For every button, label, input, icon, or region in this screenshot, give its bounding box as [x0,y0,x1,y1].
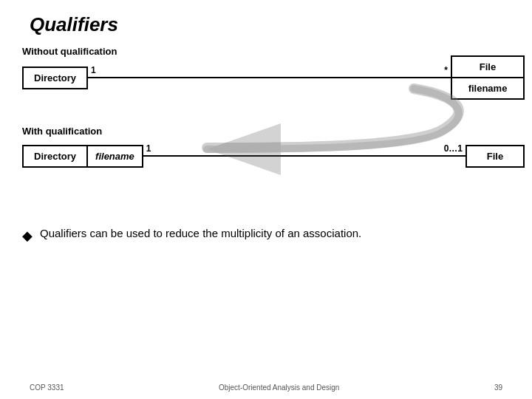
directory-box-1: Directory [22,66,88,89]
directory-box-2: Directory [24,146,88,166]
mult-left-1: 1 [91,65,96,75]
with-qual-label: With qualification [22,126,525,137]
file-box-top: File [452,57,523,78]
bullet-diamond-icon: ◆ [22,226,33,246]
bullet-section: ◆ Qualifiers can be used to reduce the m… [22,225,510,246]
file-box-1: File filename [451,55,525,100]
footer-left: COP 3331 [30,383,64,392]
mult-right-1: * [444,65,448,75]
file-box-2: File [466,145,525,168]
without-qual-section: Without qualification Directory 1 * File… [22,46,525,92]
bullet-item: ◆ Qualifiers can be used to reduce the m… [22,225,510,246]
qualifier-box: Directory filename [22,145,143,168]
with-qual-diagram: Directory filename 1 0…1 File [22,141,525,171]
with-qual-section: With qualification Directory filename 1 … [22,126,525,171]
footer: COP 3331 Object-Oriented Analysis and De… [0,383,532,392]
file-box-bottom: filename [452,78,523,98]
footer-right: 39 [494,383,502,392]
mult-right-2: 0…1 [444,143,463,154]
without-qual-label: Without qualification [22,46,525,57]
page-title: Qualifiers [0,0,532,42]
without-qual-diagram: Directory 1 * File filename [22,63,525,92]
bullet-text: Qualifiers can be used to reduce the mul… [40,225,361,242]
qualifier-tag: filename [88,146,142,166]
footer-center: Object-Oriented Analysis and Design [219,383,339,392]
mult-left-2: 1 [146,143,151,154]
